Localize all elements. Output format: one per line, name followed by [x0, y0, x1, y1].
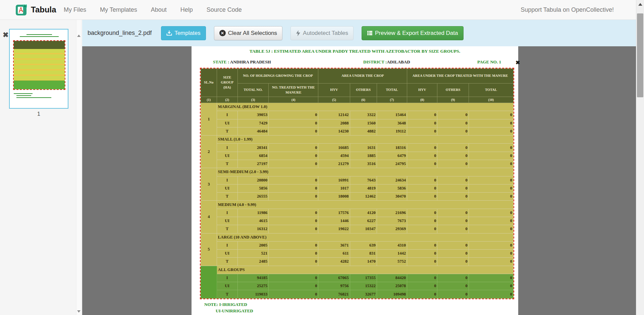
table-cell: 4310	[377, 241, 407, 249]
irrigation-type-cell: T	[217, 258, 237, 266]
thumbnail-table-preview	[13, 40, 65, 90]
slno-cell: 3	[201, 168, 217, 201]
table-cell: 0	[269, 241, 318, 249]
tabula-logo-icon	[15, 4, 28, 16]
table-row: I941850670651735584420000	[201, 274, 514, 282]
thumb-subtitle-line	[20, 36, 59, 37]
table-cell: 11986	[237, 209, 268, 217]
table-cell: 0	[437, 217, 469, 225]
table-cell: 0	[469, 217, 513, 225]
autodetect-tables-button[interactable]: Autodetect Tables	[290, 26, 354, 40]
thumb-table-footer	[14, 81, 65, 89]
irrigation-type-cell: T	[217, 290, 237, 299]
table-cell: 14230	[318, 127, 350, 135]
table-cell: 0	[269, 144, 318, 152]
irrigation-type-cell: UI	[217, 250, 237, 258]
page-thumbnail[interactable]	[9, 29, 68, 109]
sidebar-scroll-up-icon[interactable]	[77, 35, 80, 37]
clear-all-selections-button[interactable]: ✕ Clear All Selections	[214, 26, 282, 40]
table-row: UI68540459418856479000	[201, 152, 514, 160]
sidebar-scrollbar[interactable]	[76, 20, 81, 315]
pdf-page[interactable]: TABLE 5J : ESTIMATED AREA UNDER PADDY TR…	[192, 46, 518, 315]
clear-all-selections-label: Clear All Selections	[228, 30, 277, 37]
header-cell: NO. OF HOLDINGS GROWING THE CROP	[237, 69, 318, 84]
table-cell: 6854	[237, 152, 268, 160]
table-cell: 0	[269, 119, 318, 127]
preview-export-button[interactable]: Preview & Export Extracted Data	[362, 26, 464, 40]
header-cell: TOTAL	[377, 84, 407, 97]
table-row: I20800016991764324634000	[201, 176, 514, 184]
thumb-note-line2	[16, 95, 31, 96]
nav-item-source-code[interactable]: Source Code	[207, 6, 242, 13]
table-cell: 1446	[318, 217, 350, 225]
scrollbar-thumb[interactable]	[637, 13, 643, 97]
table-row: UI46150144662277673000	[201, 217, 514, 225]
table-cell: 24634	[377, 176, 407, 184]
sidebar-scroll-down-icon[interactable]	[77, 310, 80, 313]
table-cell: 94185	[237, 274, 268, 282]
table-cell: 19022	[318, 225, 350, 233]
header-cell: HYV	[407, 84, 437, 97]
support-link[interactable]: Support Tabula on OpenCollective!	[521, 0, 614, 20]
table-cell: 0	[437, 127, 469, 135]
table-cell: 0	[269, 250, 318, 258]
nav-item-about[interactable]: About	[151, 6, 167, 13]
table-cell: 0	[469, 144, 513, 152]
header-cell: SIZE GROUP (HA)	[217, 69, 237, 97]
table-cell: 6479	[377, 152, 407, 160]
slno-cell: 5	[201, 233, 217, 266]
table-cell: 1442	[377, 250, 407, 258]
selection-close-icon[interactable]: ✖	[516, 60, 520, 65]
table-row: I20341016685163118316000	[201, 144, 514, 152]
table-cell: 0	[437, 209, 469, 217]
header-cell: (9)	[437, 97, 469, 103]
table-cell: 0	[269, 282, 318, 290]
table-cell: 12142	[318, 111, 350, 119]
header-cell: (3)	[237, 97, 268, 103]
table-cell: 109498	[377, 290, 407, 299]
thumb-note-line	[14, 93, 33, 94]
section-row: 3SEMI-MEDIUM (2.0 - 3.99)	[201, 168, 514, 176]
table-cell: 0	[437, 225, 469, 233]
autodetect-tables-label: Autodetect Tables	[303, 30, 348, 37]
table-cell: 0	[469, 274, 513, 282]
scroll-up-icon[interactable]	[638, 3, 642, 6]
size-group-label: SEMI-MEDIUM (2.0 - 3.99)	[217, 168, 513, 176]
table-row: T24850428214705752000	[201, 258, 514, 266]
table-cell: 0	[437, 144, 469, 152]
nav-item-my-templates[interactable]: My Templates	[100, 6, 137, 13]
nav-item-my-files[interactable]: My Files	[64, 6, 86, 13]
table-cell: 0	[469, 176, 513, 184]
table-cell: 0	[437, 160, 469, 168]
size-group-label: SMALL (1.0 - 1.99)	[217, 136, 513, 144]
table-cell: 17355	[350, 274, 377, 282]
templates-button[interactable]: Templates	[161, 26, 206, 40]
table-colnum-row: (1)(2)(3)(4)(5)(6)(7)(8)(9)(10)	[201, 97, 514, 103]
table-cell: 119033	[237, 290, 268, 299]
table-cell: 0	[469, 241, 513, 249]
table-cell: 0	[469, 225, 513, 233]
brand-name[interactable]: Tabula	[31, 5, 56, 14]
table-cell: 0	[407, 209, 437, 217]
section-row: 1MARGINAL (BELOW 1.0)	[201, 103, 514, 111]
document-toolbar: background_lines_2.pdf Templates ✕ Clear…	[82, 20, 636, 46]
size-group-label: ALL GROUPS	[217, 266, 513, 274]
table-cell: 7429	[237, 119, 268, 127]
irrigation-type-cell: T	[217, 127, 237, 135]
table-cell: 4882	[350, 127, 377, 135]
table-cell: 0	[469, 258, 513, 266]
table-cell: 27197	[237, 160, 268, 168]
remove-page-icon[interactable]: ✖	[3, 31, 9, 38]
table-cell: 0	[469, 119, 513, 127]
table-cell: 0	[407, 225, 437, 233]
header-cell: TOTAL	[469, 84, 513, 97]
table-selection-box[interactable]: SL.NoSIZE GROUP (HA)NO. OF HOLDINGS GROW…	[200, 68, 514, 299]
nav-item-help[interactable]: Help	[180, 6, 193, 13]
brand[interactable]: Tabula	[15, 4, 56, 16]
window-scrollbar[interactable]	[636, 0, 644, 315]
page-no-field: PAGE NO. 1	[477, 59, 501, 65]
table-cell: 21696	[377, 209, 407, 217]
header-cell: HYV	[318, 84, 350, 97]
table-cell: 0	[269, 152, 318, 160]
remove-circle-icon: ✕	[219, 30, 226, 36]
